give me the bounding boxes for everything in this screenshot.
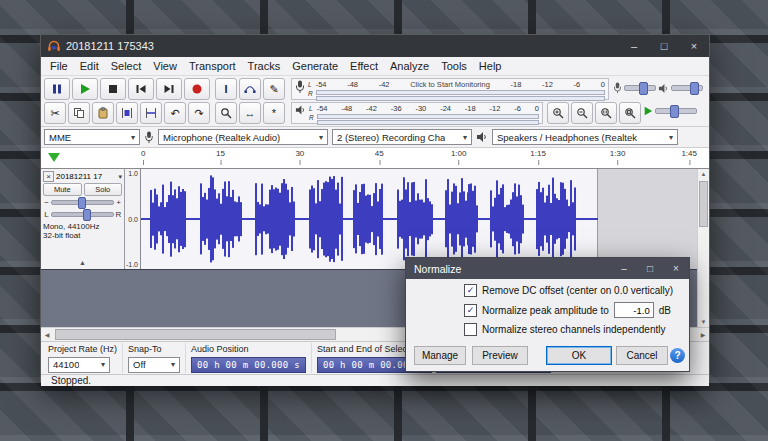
zoom-out-button[interactable] [571,102,593,124]
dialog-maximize-button[interactable]: □ [637,263,663,274]
record-button[interactable] [184,78,210,100]
trim-icon [121,107,133,119]
pause-button[interactable] [44,78,70,100]
recording-volume-slider[interactable] [624,85,656,91]
audio-clip[interactable] [141,169,598,269]
silence-audio-button[interactable] [140,102,162,124]
playback-meter[interactable]: LR -54 -48 -42 -36 -30 -24 -18 -12 -6 0 [291,102,543,124]
menu-item-tracks[interactable]: Tracks [242,60,287,72]
timeshift-tool-button[interactable]: ↔ [239,102,261,124]
scroll-up-icon[interactable]: ▲ [698,171,709,177]
project-rate-group: Project Rate (Hz) 44100 ▾ [43,343,123,373]
dialog-title-bar[interactable]: Normalize – □ × [406,258,689,279]
scroll-right-icon[interactable]: ▶ [697,328,709,341]
scroll-down-icon[interactable]: ▼ [698,319,709,325]
play-scale-label: -18 [465,104,476,113]
timeline-tick[interactable]: 1:30 [610,149,626,158]
menu-item-effect[interactable]: Effect [344,60,384,72]
title-bar[interactable]: 20181211 175343 – □ × [41,35,709,57]
menu-item-analyze[interactable]: Analyze [384,60,435,72]
menu-item-help[interactable]: Help [473,60,508,72]
timeline-ruler[interactable]: 0 15 30 45 1:00 1:15 1:30 1:45 [41,148,709,169]
timeline-pin-icon[interactable] [48,153,60,162]
gain-slider[interactable] [51,200,114,205]
skip-to-start-button[interactable] [128,78,154,100]
menu-item-tools[interactable]: Tools [435,60,473,72]
scroll-left-icon[interactable]: ◀ [41,328,53,341]
timeline-tick[interactable]: 45 [375,149,384,158]
maximize-button[interactable]: □ [649,35,679,57]
cut-button[interactable]: ✂ [44,102,66,124]
menu-item-file[interactable]: File [44,60,74,72]
vertical-scroll-thumb[interactable] [699,181,708,227]
track-menu-dropdown-icon[interactable]: ▾ [118,173,122,181]
monitoring-text[interactable]: Click to Start Monitoring [410,80,490,89]
timeline-tick[interactable]: 30 [295,149,304,158]
menu-item-select[interactable]: Select [105,60,148,72]
cancel-button[interactable]: Cancel [616,346,668,365]
help-button[interactable]: ? [670,348,685,363]
normalize-peak-checkbox[interactable]: ✓ [464,304,477,317]
timeline-tick[interactable]: 1:00 [451,149,467,158]
menu-item-view[interactable]: View [147,60,183,72]
menu-item-transport[interactable]: Transport [183,60,242,72]
skip-to-end-button[interactable] [156,78,182,100]
redo-button[interactable]: ↷ [188,102,210,124]
trim-audio-button[interactable] [116,102,138,124]
playback-volume-slider[interactable] [671,85,703,91]
selection-tool-button[interactable]: I [215,78,237,100]
recording-device-select[interactable]: Microphone (Realtek Audio) ▾ [158,129,328,145]
multi-tool-button[interactable]: * [263,102,285,124]
stop-button[interactable] [100,78,126,100]
paste-button[interactable] [92,102,114,124]
zoom-tool-button[interactable] [215,102,237,124]
timeline-tick[interactable]: 1:45 [681,149,697,158]
timeline-tick[interactable]: 1:15 [530,149,546,158]
play-speed-slider[interactable] [655,108,697,114]
recording-channels-select[interactable]: 2 (Stereo) Recording Cha ▾ [332,129,472,145]
playback-device-select[interactable]: Speakers / Headphones (Realtek ▾ [492,129,678,145]
dialog-close-button[interactable]: × [663,263,689,274]
stereo-independent-checkbox[interactable] [464,323,477,336]
vertical-scrollbar[interactable]: ▲ ▼ [697,169,709,327]
draw-tool-button[interactable]: ✎ [263,78,285,100]
zoom-in-button[interactable] [547,102,569,124]
horizontal-scroll-thumb[interactable] [55,329,336,340]
envelope-tool-button[interactable] [239,78,261,100]
zoom-to-selection-button[interactable] [595,102,617,124]
menu-item-generate[interactable]: Generate [286,60,344,72]
project-rate-select[interactable]: 44100 ▾ [48,357,110,373]
ok-button[interactable]: OK [546,346,612,365]
undo-button[interactable]: ↶ [164,102,186,124]
play-at-speed-icon[interactable] [643,106,653,116]
timeline-tick[interactable]: 0 [141,149,145,158]
fit-project-button[interactable] [619,102,641,124]
track-name[interactable]: 20181211 17 [56,172,116,181]
audio-host-select[interactable]: MME ▾ [44,129,140,145]
mute-button[interactable]: Mute [43,183,82,196]
menu-item-edit[interactable]: Edit [74,60,105,72]
vertical-scale-ruler[interactable]: 1.0 0.0 -1.0 [125,169,141,269]
audio-position-group: Audio Position 00 h 00 m 00.000 s [186,343,312,373]
manage-button[interactable]: Manage [414,346,466,365]
track-collapse-button[interactable]: ▲ [43,259,122,268]
timeline-tick[interactable]: 15 [216,149,225,158]
minimize-button[interactable]: – [619,35,649,57]
timeline-scale[interactable]: 0 15 30 45 1:00 1:15 1:30 1:45 [141,148,697,168]
track-format-info: Mono, 44100Hz 32-bit float [43,222,122,240]
recording-meter[interactable]: LR -54 -48 -42 Click to Start Monitoring… [291,78,609,100]
track-content[interactable] [141,169,697,269]
track-close-button[interactable]: × [43,171,54,182]
menu-bar: File Edit Select View Transport Tracks G… [41,57,709,76]
audio-position-field[interactable]: 00 h 00 m 00.000 s [191,357,306,373]
remove-dc-offset-checkbox[interactable]: ✓ [464,284,477,297]
close-button[interactable]: × [679,35,709,57]
copy-button[interactable] [68,102,90,124]
dialog-minimize-button[interactable]: – [611,263,637,274]
peak-amplitude-input[interactable] [614,302,654,318]
pan-slider[interactable] [51,212,114,217]
solo-button[interactable]: Solo [84,183,123,196]
preview-button[interactable]: Preview [472,346,528,365]
play-button[interactable] [72,78,98,100]
snap-to-select[interactable]: Off ▾ [128,357,180,373]
